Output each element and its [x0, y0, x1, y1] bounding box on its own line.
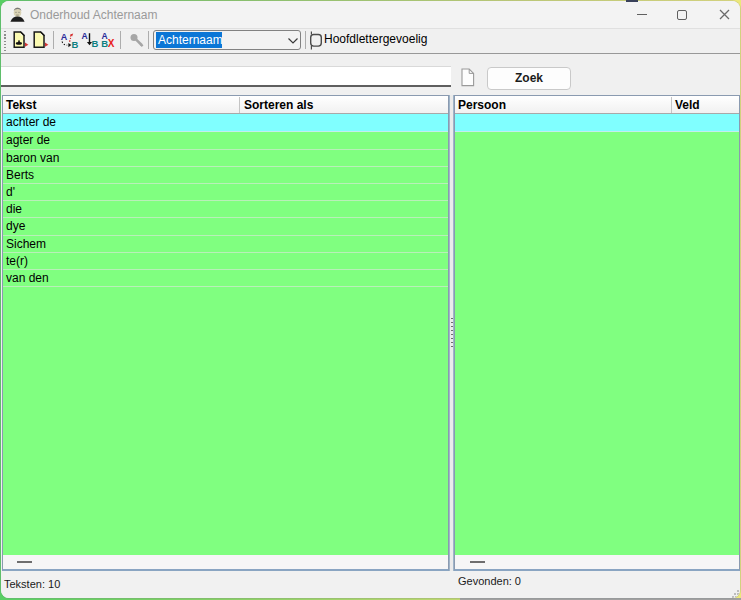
svg-text:A: A: [82, 31, 88, 41]
svg-text:A: A: [61, 32, 68, 42]
svg-text:B: B: [92, 38, 99, 49]
svg-text:B: B: [71, 39, 78, 50]
svg-text:X: X: [108, 38, 115, 49]
